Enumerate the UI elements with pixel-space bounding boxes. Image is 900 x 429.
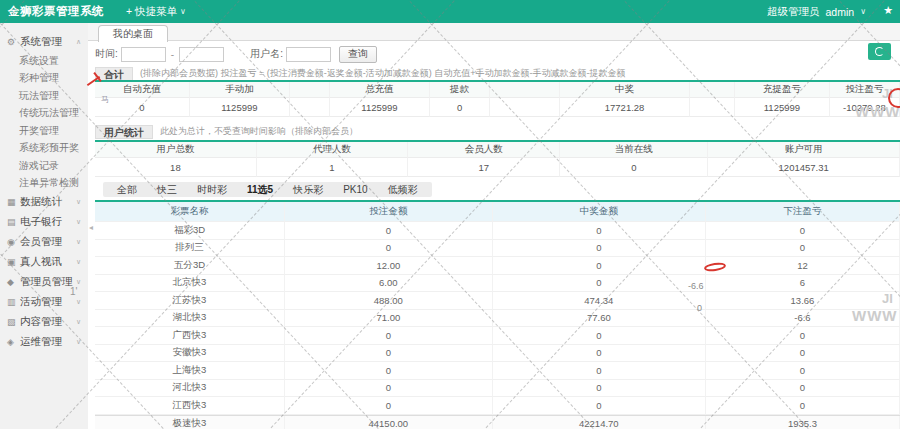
topbar: 金狮彩票管理系统 + 快捷菜单 ∨ 超级管理员 admin ∨ ★	[0, 0, 900, 23]
sidebar-item-icon: ▤	[7, 217, 20, 227]
win-amount-cell: 0	[493, 380, 706, 398]
lottery-table-body: 福彩3D 0 0 0 排列三 0 0 0 五分3D 12.0	[95, 222, 900, 429]
time-to-input[interactable]	[179, 47, 224, 62]
table-row: 福彩3D 0 0 0	[95, 222, 900, 240]
lottery-name-cell: 上海快3	[95, 362, 285, 380]
username-input[interactable]	[286, 47, 331, 62]
summary-value-cell: 0	[430, 98, 490, 117]
lottery-name-cell: 安徽快3	[95, 345, 285, 363]
table-row: 湖北快3 71.00 77.60 -6.6	[95, 310, 900, 328]
table-row: 排列三 0 0 0	[95, 240, 900, 258]
time-from-input[interactable]	[121, 47, 166, 62]
summary-table-values: 011259991125999017721.281125999-10279.28	[95, 98, 900, 117]
sidebar-item[interactable]: ▥ 活动管理 ∨	[0, 292, 88, 312]
sidebar-item-label: 注单异常检测	[19, 176, 79, 190]
lottery-table-header: 彩票名称投注金额中奖金额下注盈亏	[95, 202, 900, 222]
sidebar-item[interactable]: ▧ 内容管理 ∨	[0, 312, 88, 332]
win-amount-cell: 42214.70	[493, 416, 706, 429]
table-row: 江苏快3 488.00 474.34 13.66	[95, 292, 900, 310]
sidebar-item[interactable]: ◉ 会员管理 ∨	[0, 232, 88, 252]
sidebar-item[interactable]: ▣ 真人视讯 ∨	[0, 252, 88, 272]
main-content: 我的桌面 时间: - 用户名: 查询 合计 (排除内部会员数据) 投注盈亏 = …	[88, 23, 900, 429]
lottery-name-cell: 北京快3	[95, 275, 285, 293]
lottery-header-cell: 下注盈亏	[706, 202, 900, 222]
win-amount-cell: 0	[493, 257, 706, 275]
sidebar-item[interactable]: ◈ 运维管理 ∨	[0, 332, 88, 352]
summary-header-cell: 自动充值	[95, 82, 190, 98]
sidebar-item[interactable]: 系统彩预开奖	[0, 140, 88, 158]
sidebar-item[interactable]: 彩种管理	[0, 70, 88, 88]
query-button[interactable]: 查询	[339, 46, 377, 63]
sidebar-item-label: 运维管理	[20, 335, 62, 349]
quick-menu-label: + 快捷菜单	[126, 5, 177, 19]
lottery-tab[interactable]: PK10	[333, 184, 377, 195]
summary-value-cell: 1125999	[190, 98, 290, 117]
sidebar-item-label: 真人视讯	[20, 255, 62, 269]
lottery-header-cell: 彩票名称	[95, 202, 285, 222]
lottery-name-cell: 福彩3D	[95, 222, 285, 240]
user-stats-note: 此处为总计，不受查询时间影响（排除内部会员）	[160, 125, 358, 138]
sidebar-item-label: 会员管理	[20, 235, 62, 249]
summary-value-cell: 17721.28	[560, 98, 690, 117]
sidebar-collapse-icon[interactable]: ◂	[89, 223, 93, 232]
summary-header-cell: 手动加	[190, 82, 290, 98]
user-stats-note-row: 用户统计 此处为总计，不受查询时间影响（排除内部会员）	[95, 124, 900, 139]
star-icon[interactable]: ★	[883, 4, 893, 17]
sidebar-item[interactable]: 传统玩法管理	[0, 105, 88, 123]
sidebar-item-label: 传统玩法管理	[19, 106, 79, 120]
bet-amount-cell: 0	[285, 397, 493, 415]
sidebar-item-label: 玩法管理	[19, 89, 59, 103]
sidebar-item[interactable]: 开奖管理	[0, 122, 88, 140]
profit-cell: -6.6	[706, 310, 900, 328]
lottery-tab[interactable]: 快三	[147, 183, 187, 197]
user-name: admin	[826, 6, 855, 18]
quick-menu-button[interactable]: + 快捷菜单 ∨	[126, 5, 186, 19]
table-row: 江西快3 0 0 0	[95, 397, 900, 415]
summary-tag: 合计	[95, 67, 133, 81]
lottery-tab[interactable]: 全部	[107, 183, 147, 197]
table-row: 安徽快3 0 0 0	[95, 345, 900, 363]
lottery-tab[interactable]: 低频彩	[378, 183, 428, 197]
profit-cell: 1935.3	[706, 416, 900, 429]
sidebar-item[interactable]: ▦ 数据统计 ∨	[0, 192, 88, 212]
query-form: 时间: - 用户名: 查询	[95, 42, 900, 66]
summary-header-cell	[290, 82, 330, 98]
lottery-tab[interactable]: 时时彩	[187, 183, 237, 197]
sidebar-item[interactable]: 游戏记录	[0, 157, 88, 175]
sidebar-item[interactable]: ◆ 管理员管理 ∨	[0, 272, 88, 292]
lottery-tab[interactable]: 11选5	[237, 183, 283, 197]
table-row: 北京快3 6.00 0 6	[95, 275, 900, 293]
user-stats-value-cell: 18	[95, 158, 257, 177]
tab-my-desktop[interactable]: 我的桌面	[98, 25, 168, 42]
sidebar-item[interactable]: 注单异常检测	[0, 175, 88, 193]
profit-cell: 0	[706, 397, 900, 415]
sidebar-item-label: 游戏记录	[19, 159, 59, 173]
summary-table: 自动充值手动加总充值提款中奖充提盈亏投注盈亏 01125999112599901…	[95, 80, 900, 117]
sidebar-item-label: 电子银行	[20, 215, 62, 229]
bet-amount-cell: 0	[285, 327, 493, 345]
profit-cell: 0	[706, 327, 900, 345]
table-row: 五分3D 12.00 0 12	[95, 257, 900, 275]
sidebar-item[interactable]: ⚙ 系统管理 ∧	[0, 32, 88, 52]
sidebar-item-icon: ▥	[7, 297, 20, 307]
lottery-header-cell: 中奖金额	[493, 202, 706, 222]
profit-cell: 6	[706, 275, 900, 293]
app-window: 金狮彩票管理系统 + 快捷菜单 ∨ 超级管理员 admin ∨ ★ ⚙ 系统管理…	[0, 0, 900, 429]
sidebar-item[interactable]: ▤ 电子银行 ∨	[0, 212, 88, 232]
app-title: 金狮彩票管理系统	[8, 4, 104, 19]
profit-cell: 13.66	[706, 292, 900, 310]
refresh-button[interactable]	[868, 43, 891, 60]
sidebar-item[interactable]: 玩法管理	[0, 87, 88, 105]
sidebar-item-icon: ◆	[7, 277, 20, 287]
chevron-down-icon: ∨	[860, 7, 866, 16]
lottery-tab[interactable]: 快乐彩	[283, 183, 333, 197]
bet-amount-cell: 12.00	[285, 257, 493, 275]
summary-value-cell: 0	[95, 98, 190, 117]
chevron-down-icon: ∨	[180, 7, 186, 16]
user-role: 超级管理员	[767, 5, 820, 19]
user-menu[interactable]: 超级管理员 admin ∨	[767, 5, 866, 19]
win-amount-cell: 0	[493, 327, 706, 345]
chevron-icon: ∨	[76, 338, 81, 346]
bet-amount-cell: 44150.00	[285, 416, 493, 429]
sidebar-item[interactable]: 系统设置	[0, 52, 88, 70]
